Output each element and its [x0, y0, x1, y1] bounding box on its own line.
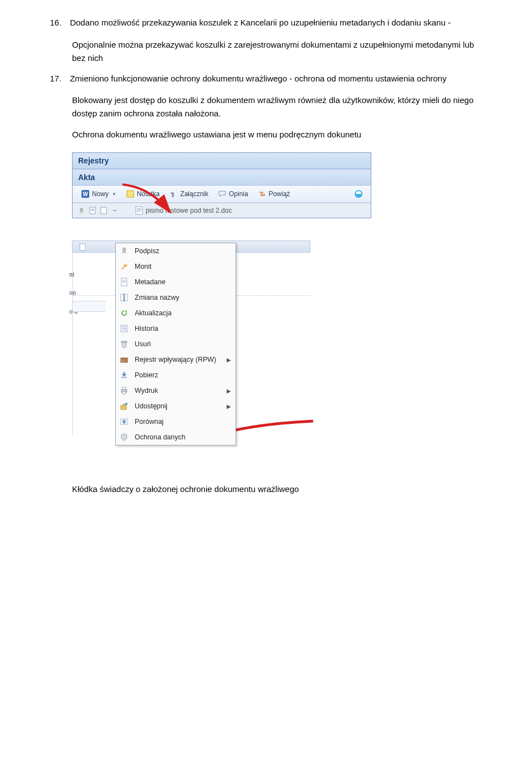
context-menu-item[interactable]: Monit [116, 259, 236, 274]
svg-rect-14 [137, 212, 140, 212]
document-row[interactable]: pismo testowe pod test 2.doc [73, 203, 371, 218]
svg-rect-39 [121, 406, 126, 409]
context-menu-item[interactable]: Porównaj [116, 414, 236, 429]
svg-rect-2 [127, 191, 134, 197]
svg-rect-8 [101, 207, 106, 214]
context-menu: PodpiszMonitMetadaneZmiana nazwyAktualiz… [115, 243, 236, 445]
svg-rect-34 [121, 358, 127, 360]
powiaz-label: Powiąż [269, 190, 290, 198]
powiaz-button[interactable]: Powiąż [254, 188, 294, 200]
panel-header-akta[interactable]: Akta [73, 169, 371, 186]
item-title: Zmieniono funkcjonowanie ochrony dokumen… [70, 73, 480, 85]
trash-icon [119, 339, 129, 349]
svg-rect-29 [122, 330, 123, 330]
share-icon [119, 401, 129, 411]
nowy-button[interactable]: W Nowy ▼ [77, 188, 120, 200]
wrench-icon [119, 262, 129, 271]
context-menu-item[interactable]: Rejestr wpływający (RPW)▶ [116, 352, 236, 367]
ie-icon [354, 189, 362, 198]
item-17-description-2: Ochrona dokumentu wrażliwego ustawiana j… [72, 128, 482, 141]
submenu-arrow-icon: ▶ [227, 388, 231, 394]
context-menu-item[interactable]: Usuń [116, 336, 236, 352]
nowy-label: Nowy [92, 190, 109, 198]
svg-rect-18 [122, 280, 126, 280]
note-icon [126, 189, 135, 198]
context-menu-label: Historia [135, 325, 158, 332]
chevron-down-icon: ▼ [112, 192, 116, 197]
svg-text:W: W [83, 191, 88, 197]
context-menu-label: Pobierz [135, 371, 158, 379]
svg-rect-31 [121, 341, 127, 342]
context-menu-item[interactable]: Metadane [116, 274, 236, 290]
svg-rect-12 [137, 209, 141, 210]
context-menu-item[interactable]: Ochrona danych [116, 429, 236, 445]
list-item-16: 16. Dodano możliwość przekazywania koszu… [50, 17, 482, 29]
svg-rect-11 [137, 208, 141, 209]
ie-button[interactable] [350, 188, 366, 200]
notatka-label: Notatka [137, 190, 160, 198]
context-menu-item[interactable]: Podpisz [116, 243, 236, 259]
item-16-description: Opcjonalnie można przekazywać koszulki z… [72, 38, 482, 65]
svg-rect-6 [91, 209, 94, 209]
context-menu-item[interactable]: Historia [116, 321, 236, 336]
svg-point-40 [125, 403, 127, 405]
context-menu-label: Zmiana nazwy [135, 294, 180, 301]
submenu-arrow-icon: ▶ [227, 403, 231, 409]
document-filename: pismo testowe pod test 2.doc [146, 207, 232, 214]
item-number: 16. [50, 17, 68, 29]
context-menu-label: Podpisz [135, 247, 159, 255]
notatka-button[interactable]: Notatka [122, 188, 163, 200]
doc-icon [88, 206, 97, 215]
context-menu-label: Porównaj [135, 418, 163, 426]
footer-note: Kłódka świadczy o założonej ochronie dok… [72, 484, 482, 494]
context-menu-label: Monit [135, 263, 152, 270]
svg-rect-30 [124, 330, 126, 330]
box-icon [119, 355, 129, 365]
svg-rect-38 [122, 392, 126, 394]
page-lines-icon [135, 206, 144, 215]
toolbar: W Nowy ▼ Notatka Załącznik Opinia [73, 186, 371, 203]
svg-rect-20 [122, 282, 126, 283]
context-menu-item[interactable]: Zmiana nazwy [116, 290, 236, 305]
context-menu-label: Ochrona danych [135, 433, 186, 441]
context-menu-item[interactable]: Pobierz [116, 367, 236, 383]
svg-rect-13 [137, 211, 141, 211]
opinia-label: Opinia [229, 190, 248, 198]
svg-rect-23 [124, 294, 125, 301]
context-menu-label: Aktualizacja [135, 309, 172, 317]
cut-text-nt: nt [69, 271, 74, 278]
context-menu-item[interactable]: Aktualizacja [116, 305, 236, 321]
context-menu-item[interactable]: Udostępnij▶ [116, 398, 236, 414]
panel-header-rejestry[interactable]: Rejestry [73, 153, 371, 169]
doc-icon-2 [99, 206, 108, 215]
zalacznik-label: Załącznik [180, 190, 208, 198]
svg-rect-32 [123, 341, 125, 342]
item-title: Dodano możliwość przekazywania koszulek … [70, 17, 480, 29]
svg-rect-27 [122, 328, 123, 329]
refresh-icon [119, 308, 129, 318]
item-17-description: Blokowany jest dostęp do koszulki z doku… [72, 94, 482, 120]
svg-point-43 [123, 421, 126, 423]
opinia-button[interactable]: Opinia [214, 188, 252, 200]
context-menu-label: Metadane [135, 278, 166, 286]
svg-rect-25 [122, 326, 123, 327]
ribbon-icon [119, 246, 129, 256]
svg-rect-26 [124, 326, 126, 327]
rename-icon [119, 293, 129, 303]
word-icon: W [81, 189, 90, 198]
context-menu-label: Usuń [135, 340, 151, 348]
svg-rect-35 [121, 377, 127, 378]
submenu-arrow-icon: ▶ [227, 357, 231, 363]
ribbon-icon [77, 206, 86, 215]
speech-icon [218, 189, 227, 198]
context-menu-label: Wydruk [135, 387, 158, 394]
svg-rect-28 [124, 328, 126, 329]
shield-icon [119, 432, 129, 442]
context-menu-item[interactable]: Wydruk▶ [116, 383, 236, 398]
screenshot-context-menu: nt on o d PodpiszMonitMetadaneZmiana naz… [72, 240, 482, 457]
svg-rect-19 [122, 281, 126, 281]
printer-icon [119, 386, 129, 396]
paperclip-icon [169, 189, 178, 198]
zalacznik-button[interactable]: Załącznik [165, 188, 212, 200]
context-menu-label: Rejestr wpływający (RPW) [135, 356, 216, 363]
